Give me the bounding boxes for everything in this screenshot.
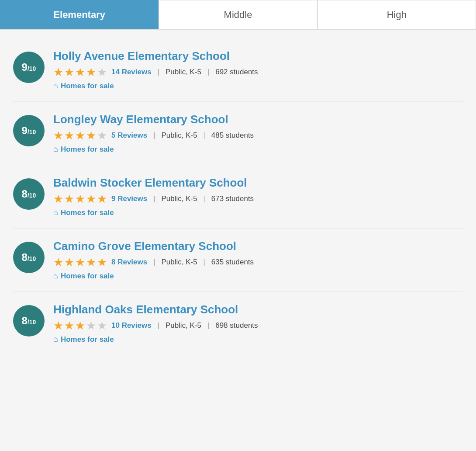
- school-name[interactable]: Holly Avenue Elementary School: [53, 49, 463, 63]
- homes-for-sale-link[interactable]: Homes for sale: [61, 272, 114, 281]
- score-denom: /10: [28, 128, 36, 135]
- star-empty: ★: [97, 66, 107, 78]
- tab-elementary[interactable]: Elementary: [0, 0, 159, 29]
- star-full: ★: [75, 193, 85, 205]
- homes-for-sale-link[interactable]: Homes for sale: [61, 208, 114, 217]
- school-type: Public, K-5: [166, 68, 201, 76]
- star-full: ★: [75, 66, 85, 78]
- star-half: ★: [97, 193, 107, 205]
- tabs-container: ElementaryMiddleHigh: [0, 0, 476, 30]
- star-full: ★: [53, 130, 63, 141]
- homes-row: ⌂ Homes for sale: [53, 271, 463, 281]
- rating-row: ★★★★★ 8 Reviews | Public, K-5 | 635 stud…: [53, 257, 463, 268]
- score-badge: 8/10: [13, 178, 45, 210]
- homes-row: ⌂ Homes for sale: [53, 81, 463, 90]
- school-info: Baldwin Stocker Elementary School ★★★★★ …: [53, 176, 463, 217]
- reviews-link[interactable]: 9 Reviews: [111, 194, 147, 203]
- school-item: 8/10 Baldwin Stocker Elementary School ★…: [13, 165, 463, 229]
- tab-bar: ElementaryMiddleHigh: [0, 0, 476, 30]
- star-full: ★: [64, 66, 74, 78]
- school-type: Public, K-5: [166, 321, 201, 330]
- score-denom: /10: [28, 255, 36, 262]
- stars: ★★★★★: [53, 320, 107, 331]
- home-icon: ⌂: [53, 271, 58, 281]
- school-item: 8/10 Camino Grove Elementary School ★★★★…: [13, 229, 463, 292]
- star-empty: ★: [86, 320, 96, 331]
- homes-for-sale-link[interactable]: Homes for sale: [61, 335, 114, 344]
- homes-row: ⌂ Homes for sale: [53, 335, 463, 344]
- star-full: ★: [53, 193, 63, 205]
- rating-row: ★★★★★ 9 Reviews | Public, K-5 | 673 stud…: [53, 193, 463, 205]
- school-name[interactable]: Highland Oaks Elementary School: [53, 303, 463, 316]
- school-students: 635 students: [211, 258, 254, 267]
- star-full: ★: [86, 193, 96, 205]
- school-name[interactable]: Baldwin Stocker Elementary School: [53, 176, 463, 190]
- star-empty: ★: [97, 130, 107, 141]
- homes-for-sale-link[interactable]: Homes for sale: [61, 82, 114, 90]
- score-number: 8: [22, 315, 28, 327]
- star-half: ★: [86, 130, 96, 141]
- score-number: 9: [22, 125, 28, 137]
- rating-row: ★★★★★ 14 Reviews | Public, K-5 | 692 stu…: [53, 66, 463, 78]
- school-info: Holly Avenue Elementary School ★★★★★ 14 …: [53, 49, 463, 90]
- home-icon: ⌂: [53, 145, 58, 154]
- stars: ★★★★★: [53, 193, 107, 205]
- home-icon: ⌂: [53, 208, 58, 217]
- home-icon: ⌂: [53, 335, 58, 344]
- stars: ★★★★★: [53, 130, 107, 141]
- reviews-link[interactable]: 5 Reviews: [111, 131, 147, 140]
- score-number: 8: [22, 188, 28, 200]
- school-info: Longley Way Elementary School ★★★★★ 5 Re…: [53, 113, 463, 154]
- star-empty: ★: [97, 320, 107, 331]
- school-students: 673 students: [211, 194, 254, 203]
- rating-row: ★★★★★ 5 Reviews | Public, K-5 | 485 stud…: [53, 130, 463, 141]
- homes-for-sale-link[interactable]: Homes for sale: [61, 145, 114, 154]
- score-badge: 8/10: [13, 242, 45, 273]
- school-name[interactable]: Camino Grove Elementary School: [53, 239, 463, 253]
- star-full: ★: [75, 130, 85, 141]
- star-full: ★: [64, 320, 74, 331]
- star-full: ★: [53, 257, 63, 268]
- score-badge: 9/10: [13, 115, 45, 146]
- score-number: 9: [22, 61, 28, 73]
- star-full: ★: [53, 66, 63, 78]
- tab-middle[interactable]: Middle: [159, 0, 317, 29]
- rating-row: ★★★★★ 10 Reviews | Public, K-5 | 698 stu…: [53, 320, 463, 331]
- school-students: 698 students: [215, 321, 258, 330]
- star-full: ★: [75, 257, 85, 268]
- score-denom: /10: [28, 65, 36, 72]
- school-type: Public, K-5: [161, 258, 197, 267]
- stars: ★★★★★: [53, 66, 107, 78]
- school-item: 9/10 Holly Avenue Elementary School ★★★★…: [13, 38, 463, 102]
- school-type: Public, K-5: [161, 131, 197, 140]
- score-badge: 9/10: [13, 52, 45, 83]
- score-badge: 8/10: [13, 305, 45, 337]
- star-half: ★: [86, 66, 96, 78]
- score-denom: /10: [28, 319, 36, 326]
- star-half: ★: [97, 257, 107, 268]
- score-denom: /10: [28, 192, 36, 199]
- homes-row: ⌂ Homes for sale: [53, 208, 463, 217]
- reviews-link[interactable]: 14 Reviews: [111, 68, 152, 76]
- school-info: Camino Grove Elementary School ★★★★★ 8 R…: [53, 239, 463, 281]
- school-students: 692 students: [215, 68, 258, 76]
- school-students: 485 students: [211, 131, 254, 140]
- school-type: Public, K-5: [161, 194, 197, 203]
- star-half: ★: [75, 320, 85, 331]
- star-full: ★: [64, 193, 74, 205]
- schools-list: 9/10 Holly Avenue Elementary School ★★★★…: [0, 30, 476, 364]
- homes-row: ⌂ Homes for sale: [53, 145, 463, 154]
- star-full: ★: [53, 320, 63, 331]
- star-full: ★: [86, 257, 96, 268]
- reviews-link[interactable]: 10 Reviews: [111, 321, 152, 330]
- school-item: 9/10 Longley Way Elementary School ★★★★★…: [13, 102, 463, 165]
- school-info: Highland Oaks Elementary School ★★★★★ 10…: [53, 303, 463, 344]
- school-item: 8/10 Highland Oaks Elementary School ★★★…: [13, 292, 463, 355]
- tab-high[interactable]: High: [317, 0, 476, 29]
- score-number: 8: [22, 251, 28, 264]
- school-name[interactable]: Longley Way Elementary School: [53, 113, 463, 126]
- star-full: ★: [64, 257, 74, 268]
- reviews-link[interactable]: 8 Reviews: [111, 258, 147, 267]
- home-icon: ⌂: [53, 81, 58, 90]
- stars: ★★★★★: [53, 257, 107, 268]
